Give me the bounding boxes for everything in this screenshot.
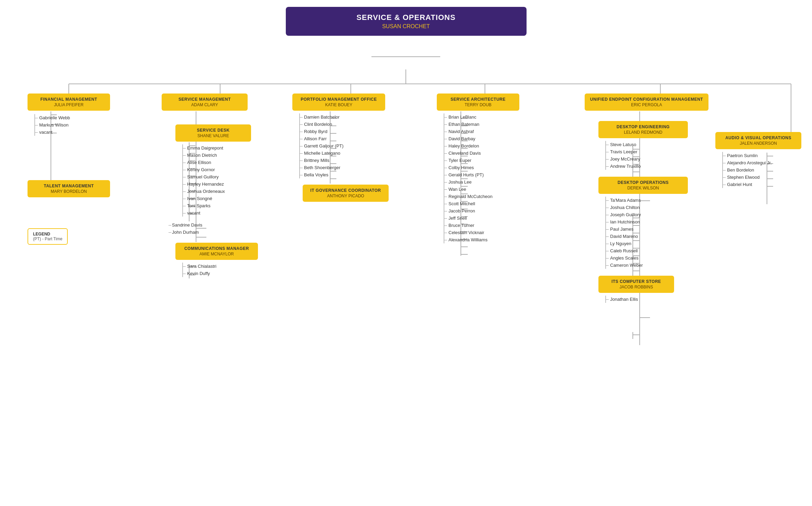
it-governance-name: ANTHONY PICADO xyxy=(307,194,384,198)
list-item: Ta'Mara Adams xyxy=(606,197,708,204)
list-item: Michelle Lategano xyxy=(300,150,389,157)
list-item: Paetron Sumlin xyxy=(723,152,801,159)
service-desk-box: SERVICE DESK SHANE VALURE xyxy=(175,124,251,142)
list-item: David Mareno xyxy=(606,233,708,240)
list-item: Andrew Truxillo xyxy=(606,163,708,170)
audio-visual-title: AUDIO & VISUAL OPERATIONS xyxy=(720,135,797,140)
legend-section: LEGEND (PT) - Part Time xyxy=(28,225,68,245)
list-item: Sara Chialastri xyxy=(183,263,258,270)
list-item: Reginald McCutcheon xyxy=(444,193,519,200)
list-item: Bruce Turner xyxy=(444,222,519,229)
legend-item: (PT) - Part Time xyxy=(33,236,62,241)
communications-manager-box: COMMUNICATIONS MANAGER AMIE MCNAYLOR xyxy=(175,243,258,260)
it-governance-title: IT GOVERNANCE COORDINATOR xyxy=(307,188,384,193)
list-item: Wan Lee xyxy=(444,186,519,193)
list-item: Markus Wilson xyxy=(35,121,110,129)
list-item: John Durham xyxy=(169,229,258,236)
list-item: Ben Bordelon xyxy=(723,166,801,174)
desktop-engineering-name: LELAND REDMOND xyxy=(603,130,683,135)
list-item: Bella Voyles xyxy=(300,171,389,178)
its-computer-store-title: ITS COMPUTER STORE xyxy=(603,279,669,284)
service-architecture-box: SERVICE ARCHITECTURE TERRY DOUB xyxy=(437,94,519,111)
list-item: Colby Himes xyxy=(444,164,519,171)
financial-management-box: FINANCIAL MANAGEMENT JULIA PFEIFER xyxy=(28,94,110,111)
unified-endpoint-title: UNIFIED ENDPOINT CONFIGURATION MANAGEMEN… xyxy=(589,97,704,102)
list-item: Kenny Gornor xyxy=(183,166,258,173)
header-line xyxy=(371,56,440,57)
list-item: Joshua Lee xyxy=(444,178,519,186)
service-desk-container: SERVICE DESK SHANE VALURE Emma Daigrepon… xyxy=(175,124,258,217)
header-title: SERVICE & OPERATIONS xyxy=(300,13,513,22)
list-item: Celestain Vicknair xyxy=(444,229,519,236)
list-item: Damien Batchelor xyxy=(300,113,389,121)
list-item: Emma Daigrepont xyxy=(183,144,258,152)
list-item: vacant xyxy=(35,129,110,136)
service-management-box: SERVICE MANAGEMENT ADAM CLARY xyxy=(162,94,248,111)
list-item: Caleb Russell xyxy=(606,247,708,254)
its-computer-store-container: ITS COMPUTER STORE JACOB ROBBINS Jonatha… xyxy=(598,276,708,303)
legend-box: LEGEND (PT) - Part Time xyxy=(28,228,68,245)
audio-visual-name: JALEN ANDERSON xyxy=(720,141,797,146)
service-management-section: SERVICE MANAGEMENT ADAM CLARY SERVICE DE… xyxy=(162,94,258,277)
list-item: Gabriel Hunt xyxy=(723,181,801,188)
list-item: Cleveland Davis xyxy=(444,150,519,157)
list-item: Alejandro Arostegui Jr. xyxy=(723,159,801,166)
list-item: Kevin Duffy xyxy=(183,270,258,277)
list-item: Navid Ashraf xyxy=(444,128,519,135)
list-item: Toni Sparks xyxy=(183,202,258,209)
service-architecture-title: SERVICE ARCHITECTURE xyxy=(442,97,515,102)
portfolio-management-box: PORTFOLIO MANAGEMENT OFFICE KATIE BOUEY xyxy=(292,94,385,111)
header-box: SERVICE & OPERATIONS SUSAN CROCHET xyxy=(286,7,527,36)
list-item: Allison Farr xyxy=(300,135,389,142)
portfolio-management-section: PORTFOLIO MANAGEMENT OFFICE KATIE BOUEY … xyxy=(292,94,389,202)
list-item: Stephen Elwood xyxy=(723,174,801,181)
list-item: Hayley Hernandez xyxy=(183,180,258,188)
list-item: Sandrine Davis xyxy=(169,221,258,229)
list-item: Scott Mitchell xyxy=(444,200,519,207)
list-item: Gerald Hurts (PT) xyxy=(444,171,519,178)
list-item: Brian LeBlanc xyxy=(444,113,519,121)
service-architecture-name: TERRY DOUB xyxy=(442,102,515,107)
list-item: vacant xyxy=(183,209,258,217)
list-item: Mason Dietrich xyxy=(183,152,258,159)
header-subtitle: SUSAN CROCHET xyxy=(300,23,513,30)
service-architecture-section: SERVICE ARCHITECTURE TERRY DOUB Brian Le… xyxy=(437,94,519,243)
financial-management-name: JULIA PFEIFER xyxy=(32,102,105,107)
list-item: Alexandria Williams xyxy=(444,236,519,243)
list-item: Paul James xyxy=(606,226,708,233)
list-item: Jacob Perron xyxy=(444,207,519,214)
list-item: Jeff Snell xyxy=(444,214,519,222)
org-chart: SERVICE & OPERATIONS SUSAN CROCHET xyxy=(7,7,805,500)
talent-management-box: TALENT MANAGEMENT MARY BORDELON xyxy=(28,180,110,197)
legend-title: LEGEND xyxy=(33,232,62,236)
audio-visual-box: AUDIO & VISUAL OPERATIONS JALEN ANDERSON xyxy=(715,132,801,149)
list-item: Joseph Guillory xyxy=(606,211,708,218)
communications-manager-container: COMMUNICATIONS MANAGER AMIE MCNAYLOR Sar… xyxy=(175,243,258,277)
desktop-operations-container: DESKTOP OPERATIONS DEREK WILSON Ta'Mara … xyxy=(598,177,708,269)
list-item: Travis Leeper xyxy=(606,148,708,155)
unified-endpoint-section: UNIFIED ENDPOINT CONFIGURATION MANAGEMEN… xyxy=(585,94,708,303)
financial-management-section: FINANCIAL MANAGEMENT JULIA PFEIFER Gabri… xyxy=(28,94,110,136)
desktop-operations-title: DESKTOP OPERATIONS xyxy=(603,180,683,185)
list-item: Haley Bordelon xyxy=(444,142,519,150)
list-item: Garrett Galjour (PT) xyxy=(300,142,389,150)
desktop-engineering-box: DESKTOP ENGINEERING LELAND REDMOND xyxy=(598,121,688,138)
its-computer-store-box: ITS COMPUTER STORE JACOB ROBBINS xyxy=(598,276,674,293)
list-item: David Barbay xyxy=(444,135,519,142)
it-governance-box: IT GOVERNANCE COORDINATOR ANTHONY PICADO xyxy=(303,185,389,202)
list-item: Samuel Guillory xyxy=(183,173,258,180)
list-item: Joey McCreary xyxy=(606,155,708,163)
unified-endpoint-name: ERIC PERGOLA xyxy=(589,102,704,107)
communications-manager-name: AMIE MCNAYLOR xyxy=(180,252,253,256)
list-item: Alise Ellison xyxy=(183,159,258,166)
service-desk-name: SHANE VALURE xyxy=(180,133,246,138)
list-item: Ly Nguyen xyxy=(606,240,708,247)
list-item: Gabrielle Webb xyxy=(35,114,110,121)
communications-manager-title: COMMUNICATIONS MANAGER xyxy=(180,246,253,251)
list-item: Beth Shoenberger xyxy=(300,164,389,171)
list-item: Angles Scales xyxy=(606,254,708,262)
talent-management-title: TALENT MANAGEMENT xyxy=(32,184,105,188)
portfolio-management-title: PORTFOLIO MANAGEMENT OFFICE xyxy=(297,97,380,102)
portfolio-management-name: KATIE BOUEY xyxy=(297,102,380,107)
desktop-engineering-title: DESKTOP ENGINEERING xyxy=(603,124,683,129)
